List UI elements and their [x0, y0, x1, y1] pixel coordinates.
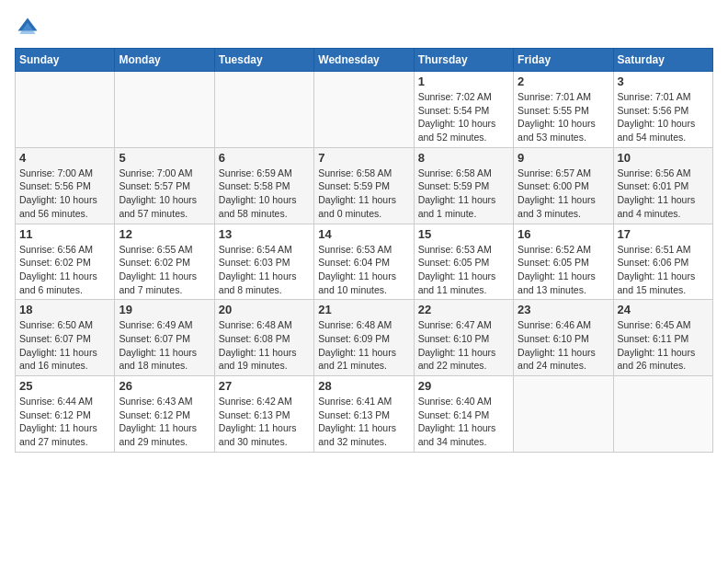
calendar: SundayMondayTuesdayWednesdayThursdayFrid… — [15, 48, 713, 453]
calendar-cell: 2Sunrise: 7:01 AMSunset: 5:55 PMDaylight… — [514, 72, 613, 148]
calendar-cell: 20Sunrise: 6:48 AMSunset: 6:08 PMDayligh… — [214, 300, 313, 376]
day-number: 19 — [119, 303, 210, 316]
day-info: Sunrise: 6:40 AMSunset: 6:14 PMDaylight:… — [418, 395, 509, 449]
day-number: 14 — [318, 227, 409, 241]
day-info: Sunrise: 6:47 AMSunset: 6:10 PMDaylight:… — [418, 318, 509, 373]
calendar-cell: 6Sunrise: 6:59 AMSunset: 5:58 PMDaylight… — [214, 147, 313, 224]
calendar-cell: 1Sunrise: 7:02 AMSunset: 5:54 PMDaylight… — [414, 72, 513, 148]
logo — [15, 15, 44, 40]
calendar-cell: 14Sunrise: 6:53 AMSunset: 6:04 PMDayligh… — [314, 224, 414, 300]
day-number: 15 — [418, 227, 509, 241]
calendar-cell: 22Sunrise: 6:47 AMSunset: 6:10 PMDayligh… — [414, 300, 513, 376]
day-number: 11 — [19, 227, 110, 241]
day-info: Sunrise: 6:54 AMSunset: 6:03 PMDaylight:… — [219, 243, 310, 297]
day-number: 4 — [19, 151, 110, 165]
calendar-cell — [115, 72, 214, 148]
day-number: 22 — [418, 303, 509, 316]
calendar-cell: 9Sunrise: 6:57 AMSunset: 6:00 PMDaylight… — [514, 147, 613, 224]
weekday-header-wednesday: Wednesday — [314, 49, 414, 72]
header — [15, 15, 713, 40]
day-info: Sunrise: 6:48 AMSunset: 6:09 PMDaylight:… — [318, 318, 409, 373]
day-number: 9 — [518, 151, 609, 165]
day-number: 12 — [119, 227, 210, 241]
day-number: 8 — [418, 151, 509, 165]
day-info: Sunrise: 6:55 AMSunset: 6:02 PMDaylight:… — [119, 243, 210, 297]
logo-icon — [15, 15, 40, 40]
calendar-week-2: 4Sunrise: 7:00 AMSunset: 5:56 PMDaylight… — [16, 147, 713, 224]
day-info: Sunrise: 6:56 AMSunset: 6:02 PMDaylight:… — [19, 243, 110, 297]
day-info: Sunrise: 6:48 AMSunset: 6:08 PMDaylight:… — [219, 318, 310, 373]
day-number: 2 — [518, 75, 609, 88]
day-info: Sunrise: 6:53 AMSunset: 6:05 PMDaylight:… — [418, 243, 509, 297]
calendar-cell: 24Sunrise: 6:45 AMSunset: 6:11 PMDayligh… — [613, 300, 712, 376]
weekday-header-thursday: Thursday — [414, 49, 513, 72]
day-info: Sunrise: 6:49 AMSunset: 6:07 PMDaylight:… — [119, 318, 210, 373]
calendar-cell: 18Sunrise: 6:50 AMSunset: 6:07 PMDayligh… — [16, 300, 115, 376]
day-number: 17 — [618, 227, 709, 241]
day-info: Sunrise: 6:45 AMSunset: 6:11 PMDaylight:… — [618, 318, 709, 373]
day-info: Sunrise: 6:42 AMSunset: 6:13 PMDaylight:… — [219, 395, 310, 449]
calendar-cell: 19Sunrise: 6:49 AMSunset: 6:07 PMDayligh… — [115, 300, 214, 376]
calendar-cell: 4Sunrise: 7:00 AMSunset: 5:56 PMDaylight… — [16, 147, 115, 224]
weekday-row: SundayMondayTuesdayWednesdayThursdayFrid… — [16, 49, 713, 72]
day-number: 5 — [119, 151, 210, 165]
day-info: Sunrise: 6:57 AMSunset: 6:00 PMDaylight:… — [518, 167, 609, 221]
day-number: 23 — [518, 303, 609, 316]
day-number: 3 — [618, 75, 709, 88]
day-number: 16 — [518, 227, 609, 241]
day-info: Sunrise: 6:41 AMSunset: 6:13 PMDaylight:… — [318, 395, 409, 449]
calendar-cell: 8Sunrise: 6:58 AMSunset: 5:59 PMDaylight… — [414, 147, 513, 224]
calendar-cell: 7Sunrise: 6:58 AMSunset: 5:59 PMDaylight… — [314, 147, 414, 224]
calendar-cell: 13Sunrise: 6:54 AMSunset: 6:03 PMDayligh… — [214, 224, 313, 300]
day-info: Sunrise: 6:51 AMSunset: 6:06 PMDaylight:… — [618, 243, 709, 297]
day-info: Sunrise: 6:43 AMSunset: 6:12 PMDaylight:… — [119, 395, 210, 449]
calendar-header: SundayMondayTuesdayWednesdayThursdayFrid… — [16, 49, 713, 72]
calendar-cell: 3Sunrise: 7:01 AMSunset: 5:56 PMDaylight… — [613, 72, 712, 148]
weekday-header-friday: Friday — [514, 49, 613, 72]
calendar-cell: 12Sunrise: 6:55 AMSunset: 6:02 PMDayligh… — [115, 224, 214, 300]
calendar-cell: 23Sunrise: 6:46 AMSunset: 6:10 PMDayligh… — [514, 300, 613, 376]
calendar-cell — [613, 376, 712, 453]
day-number: 26 — [119, 379, 210, 393]
day-number: 6 — [219, 151, 310, 165]
calendar-cell: 11Sunrise: 6:56 AMSunset: 6:02 PMDayligh… — [16, 224, 115, 300]
calendar-cell: 29Sunrise: 6:40 AMSunset: 6:14 PMDayligh… — [414, 376, 513, 453]
day-info: Sunrise: 6:56 AMSunset: 6:01 PMDaylight:… — [618, 167, 709, 221]
day-number: 28 — [318, 379, 409, 393]
calendar-cell: 21Sunrise: 6:48 AMSunset: 6:09 PMDayligh… — [314, 300, 414, 376]
day-info: Sunrise: 6:52 AMSunset: 6:05 PMDaylight:… — [518, 243, 609, 297]
calendar-cell: 25Sunrise: 6:44 AMSunset: 6:12 PMDayligh… — [16, 376, 115, 453]
calendar-week-5: 25Sunrise: 6:44 AMSunset: 6:12 PMDayligh… — [16, 376, 713, 453]
day-info: Sunrise: 7:00 AMSunset: 5:56 PMDaylight:… — [19, 167, 110, 221]
calendar-cell — [214, 72, 313, 148]
day-number: 7 — [318, 151, 409, 165]
day-info: Sunrise: 6:46 AMSunset: 6:10 PMDaylight:… — [518, 318, 609, 373]
weekday-header-tuesday: Tuesday — [214, 49, 313, 72]
calendar-cell: 27Sunrise: 6:42 AMSunset: 6:13 PMDayligh… — [214, 376, 313, 453]
day-number: 20 — [219, 303, 310, 316]
day-number: 13 — [219, 227, 310, 241]
day-info: Sunrise: 7:01 AMSunset: 5:55 PMDaylight:… — [518, 90, 609, 144]
day-number: 21 — [318, 303, 409, 316]
calendar-week-4: 18Sunrise: 6:50 AMSunset: 6:07 PMDayligh… — [16, 300, 713, 376]
day-number: 18 — [19, 303, 110, 316]
day-number: 1 — [418, 75, 509, 88]
calendar-week-3: 11Sunrise: 6:56 AMSunset: 6:02 PMDayligh… — [16, 224, 713, 300]
calendar-cell: 5Sunrise: 7:00 AMSunset: 5:57 PMDaylight… — [115, 147, 214, 224]
calendar-cell — [314, 72, 414, 148]
day-info: Sunrise: 6:58 AMSunset: 5:59 PMDaylight:… — [418, 167, 509, 221]
day-number: 29 — [418, 379, 509, 393]
day-info: Sunrise: 6:44 AMSunset: 6:12 PMDaylight:… — [19, 395, 110, 449]
weekday-header-saturday: Saturday — [613, 49, 712, 72]
day-number: 27 — [219, 379, 310, 393]
calendar-cell — [16, 72, 115, 148]
day-number: 10 — [618, 151, 709, 165]
day-info: Sunrise: 6:53 AMSunset: 6:04 PMDaylight:… — [318, 243, 409, 297]
day-info: Sunrise: 6:58 AMSunset: 5:59 PMDaylight:… — [318, 167, 409, 221]
day-info: Sunrise: 7:01 AMSunset: 5:56 PMDaylight:… — [618, 90, 709, 144]
calendar-cell: 16Sunrise: 6:52 AMSunset: 6:05 PMDayligh… — [514, 224, 613, 300]
day-number: 24 — [618, 303, 709, 316]
day-number: 25 — [19, 379, 110, 393]
calendar-cell — [514, 376, 613, 453]
weekday-header-monday: Monday — [115, 49, 214, 72]
